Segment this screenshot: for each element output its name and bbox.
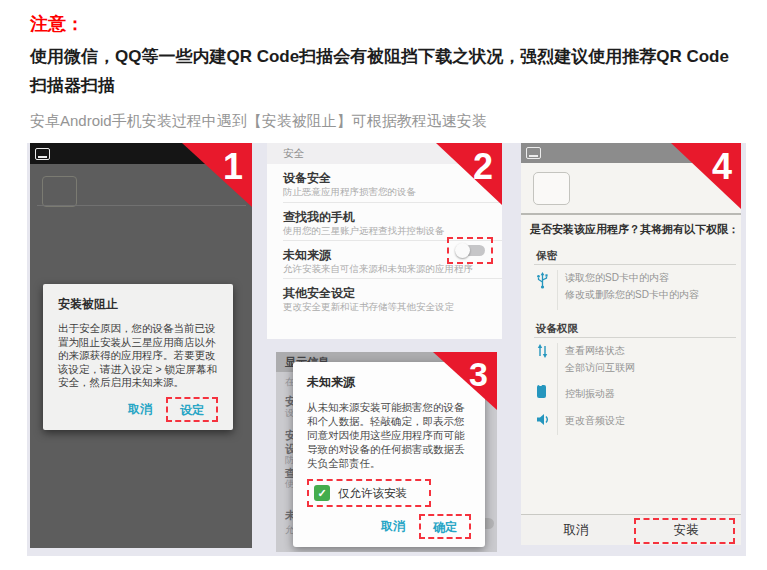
dialog-title: 未知来源: [307, 374, 471, 391]
install-question: 是否安装该应用程序？其将拥有以下权限：: [530, 222, 739, 237]
step-badge-4: 4: [671, 143, 741, 209]
divider: [283, 278, 502, 279]
network-arrows-icon: [536, 344, 549, 362]
divider: [534, 337, 736, 338]
permission-text: 更改音频设定: [565, 414, 625, 428]
dialog-title: 安装被阻止: [58, 296, 218, 313]
screenshot-step1: 1 4G 7 安装被阻止 出于安全原因，您的设备当前已设置为阻止安装从三星应用商…: [30, 143, 252, 548]
app-icon-placeholder: [533, 172, 570, 205]
notice-body: 使用微信，QQ等一些内建QR Code扫描会有被阻挡下载之状况，强烈建议使用推荐…: [30, 42, 744, 100]
setting-item-subtitle: 防止恶意应用程序损害您的设备: [283, 186, 416, 199]
setting-item-other-security[interactable]: 其他安全设定: [283, 285, 355, 302]
settings-button-highlight: 设定: [166, 397, 218, 422]
dialog-button-row: 取消 设定: [58, 397, 218, 422]
permission-text: 修改或删除您的SD卡中的内容: [565, 288, 699, 302]
screenshot-strip: 1 4G 7 安装被阻止 出于安全原因，您的设备当前已设置为阻止安装从三星应用商…: [27, 143, 746, 556]
permission-text: 控制振动器: [565, 387, 615, 401]
setting-item-subtitle: 更改安全更新和证书存储等其他安全设定: [283, 301, 454, 314]
screenshot-captured-icon: [35, 148, 50, 160]
settings-button[interactable]: 设定: [174, 400, 210, 420]
step-number: 2: [473, 146, 493, 188]
setting-item-subtitle: 使用您的三星账户远程查找并控制设备: [283, 225, 445, 238]
cancel-button[interactable]: 取消: [521, 515, 631, 545]
dimmed-app-icon-placeholder: [42, 176, 77, 207]
checkbox-highlight: ✓ 仅允许该安装: [307, 479, 431, 507]
divider: [557, 343, 558, 435]
divider: [283, 202, 502, 203]
permission-text: 读取您的SD卡中的内容: [565, 271, 669, 285]
confirm-button[interactable]: 确定: [427, 517, 463, 537]
divider: [557, 270, 558, 310]
screenshot-step4: 1 4G 7 是否安装该应用程序？其将拥有以下权限： 保密: [521, 143, 741, 545]
confirm-button-highlight: 确定: [419, 514, 471, 539]
divider: [534, 264, 736, 265]
vibration-icon: [536, 384, 547, 403]
notice-heading: 注意：: [30, 12, 84, 36]
audio-icon: [536, 412, 551, 430]
cancel-button[interactable]: 取消: [122, 398, 158, 421]
divider: [521, 213, 741, 215]
screenshot-step2: 安全 设备安全 防止恶意应用程序损害您的设备 查找我的手机 使用您的三星账户远程…: [267, 143, 502, 339]
setting-item-unknown-sources[interactable]: 未知来源: [283, 247, 331, 264]
checkbox-label: 仅允许该安装: [338, 486, 407, 501]
device-permissions-header: 设备权限: [536, 322, 578, 336]
cancel-button[interactable]: 取消: [375, 515, 411, 538]
checkbox-checked-icon[interactable]: ✓: [314, 485, 330, 501]
unknown-sources-dialog: 未知来源 从未知来源安装可能损害您的设备和个人数据。轻敲确定，即表示您同意对因使…: [293, 362, 485, 547]
divider: [37, 205, 246, 206]
setting-item-subtitle: 允许安装来自可信来源和未知来源的应用程序: [283, 263, 473, 276]
permission-text: 全部访问互联网: [565, 361, 635, 375]
dialog-button-row: 取消 确定: [307, 514, 471, 539]
install-blocked-dialog: 安装被阻止 出于安全原因，您的设备当前已设置为阻止安装从三星应用商店以外的来源获…: [43, 284, 233, 430]
step-number: 4: [712, 146, 732, 188]
screenshot-step3: 显示信息 在 安 设 安 设 防 查 使 未 允许安装来自可信来源和未知来源的应…: [276, 352, 497, 552]
unknown-sources-toggle-highlight: [447, 237, 493, 264]
instruction-subtitle: 安卓Android手机安装过程中遇到【安装被阻止】可根据教程迅速安装: [30, 112, 487, 131]
usb-icon: [536, 272, 549, 293]
step-number: 1: [223, 146, 243, 188]
screenshot-captured-icon: [526, 147, 541, 159]
unknown-sources-toggle[interactable]: [455, 243, 485, 258]
permission-text: 查看网络状态: [565, 344, 625, 358]
setting-item-find-my-phone[interactable]: 查找我的手机: [283, 209, 355, 226]
install-button-highlight: [634, 518, 735, 544]
toggle-thumb: [455, 243, 470, 258]
privacy-section-header: 保密: [536, 249, 557, 263]
dialog-body: 从未知来源安装可能损害您的设备和个人数据。轻敲确定，即表示您同意对因使用这些应用…: [307, 400, 471, 470]
setting-item-device-security[interactable]: 设备安全: [283, 170, 331, 187]
dialog-body: 出于安全原因，您的设备当前已设置为阻止安装从三星应用商店以外的来源获得的应用程序…: [58, 322, 218, 390]
